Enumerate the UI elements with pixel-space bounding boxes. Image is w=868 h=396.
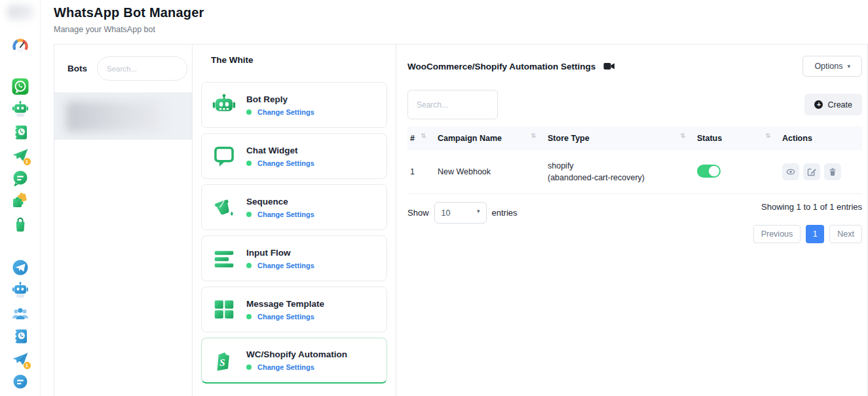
shopify-bag-icon: S <box>212 348 236 373</box>
edit-icon <box>807 167 816 176</box>
module-card-input-flow[interactable]: Input Flow Change Settings <box>201 235 387 281</box>
telegram-contacts-icon[interactable] <box>11 327 29 346</box>
page-subtitle: Manage your WhatsApp bot <box>54 25 868 34</box>
svg-text:S: S <box>219 356 225 367</box>
options-button[interactable]: Options ▾ <box>802 56 862 77</box>
video-tutorial-icon[interactable] <box>603 61 614 71</box>
campaigns-table: # ⇅ Campaign Name ⇅ Store Type ⇅ Status … <box>407 127 862 194</box>
dashboard-speedometer-icon[interactable] <box>11 37 29 55</box>
telegram-groups-icon[interactable] <box>11 304 29 323</box>
column-header-status[interactable]: Status ⇅ <box>696 127 781 150</box>
bars-icon <box>212 246 236 271</box>
bots-search-input[interactable] <box>97 56 187 81</box>
telegram-icon[interactable] <box>11 258 29 277</box>
automation-column: WooCommerce/Shopify Automation Settings … <box>396 45 867 396</box>
module-title: Bot Reply <box>246 94 314 104</box>
bot-name-redacted <box>66 102 163 132</box>
status-dot <box>246 314 252 319</box>
whatsapp-contacts-icon[interactable] <box>11 123 29 142</box>
telegram-chat-icon[interactable] <box>11 373 29 391</box>
module-card-chat-widget[interactable]: Chat Widget Change Settings <box>201 133 387 179</box>
whatsapp-bot-icon[interactable] <box>11 100 29 119</box>
module-title: Chat Widget <box>246 146 314 155</box>
telegram-broadcast-icon[interactable]: 1 <box>11 350 29 368</box>
module-title: WC/Shopify Automation <box>246 349 347 359</box>
bot-list-item-selected[interactable] <box>54 93 192 140</box>
module-card-bot-reply[interactable]: Bot Reply Change Settings <box>201 82 387 128</box>
module-title: Sequence <box>246 197 314 207</box>
modules-column: The White Bot Re <box>192 45 396 396</box>
status-dot <box>246 109 252 115</box>
view-button[interactable] <box>782 163 799 180</box>
grid-icon <box>212 297 236 322</box>
status-cell <box>696 150 781 194</box>
selected-bot-name: The White <box>211 55 387 65</box>
module-title: Message Template <box>246 299 324 309</box>
chat-bubble-icon <box>212 144 236 168</box>
delete-button[interactable] <box>824 163 841 180</box>
entries-label: entries <box>492 208 518 218</box>
campaign-name-cell: New Webhook <box>436 150 546 194</box>
bots-column: Bots <box>54 45 192 396</box>
module-title: Input Flow <box>246 248 314 258</box>
change-settings-link[interactable]: Change Settings <box>257 159 314 167</box>
sort-icon: ⇅ <box>421 132 426 139</box>
module-card-sequence[interactable]: Sequence Change Settings <box>201 184 387 230</box>
sort-icon: ⇅ <box>680 132 685 139</box>
plus-icon: + <box>814 100 823 109</box>
change-settings-link[interactable]: Change Settings <box>257 262 314 269</box>
trash-icon <box>828 167 837 176</box>
show-label: Show <box>407 208 429 218</box>
table-search-input[interactable] <box>407 90 498 119</box>
notification-badge: 1 <box>23 361 31 370</box>
robot-icon <box>212 92 236 117</box>
store-type-cell: shopify (abandoned-cart-recovery) <box>546 150 696 194</box>
page-size-select[interactable]: 10 <box>434 202 487 224</box>
row-index: 1 <box>407 150 436 194</box>
page-1-button[interactable]: 1 <box>806 225 824 243</box>
bots-label: Bots <box>67 64 87 73</box>
column-header-campaign-name[interactable]: Campaign Name ⇅ <box>436 127 546 150</box>
page-title: WhatsApp Bot Manager <box>54 5 868 20</box>
change-settings-link[interactable]: Change Settings <box>257 108 314 116</box>
column-header-store-type[interactable]: Store Type ⇅ <box>546 127 696 150</box>
eye-icon <box>786 167 795 176</box>
actions-cell <box>781 150 862 194</box>
entries-summary: Showing 1 to 1 of 1 entries <box>761 202 862 212</box>
column-header-index[interactable]: # ⇅ <box>407 127 436 150</box>
sort-icon: ⇅ <box>531 132 536 139</box>
previous-page-button[interactable]: Previous <box>753 225 801 243</box>
status-dot <box>246 212 252 217</box>
notification-badge: 1 <box>23 157 31 166</box>
manager-panel: Bots The White <box>54 44 868 396</box>
change-settings-link[interactable]: Change Settings <box>257 313 314 321</box>
app-logo-blurred <box>7 5 33 20</box>
status-dot <box>246 263 252 268</box>
automation-title: WooCommerce/Shopify Automation Settings <box>407 62 595 71</box>
telegram-bot-icon[interactable] <box>11 281 29 300</box>
sort-icon: ⇅ <box>765 132 770 139</box>
whatsapp-icon[interactable] <box>11 77 29 96</box>
status-dot <box>246 365 252 370</box>
page-header: WhatsApp Bot Manager Manage your WhatsAp… <box>41 0 868 34</box>
module-card-message-template[interactable]: Message Template Change Settings <box>201 287 387 332</box>
status-toggle[interactable] <box>697 165 721 178</box>
bots-header: Bots <box>54 45 192 93</box>
next-page-button[interactable]: Next <box>829 225 862 243</box>
pagination: Previous 1 Next <box>753 225 862 243</box>
module-card-wc-shopify-automation[interactable]: S WC/Shopify Automation Change Settings <box>201 338 387 384</box>
table-row: 1 New Webhook shopify (abandoned-cart-re… <box>407 150 862 194</box>
change-settings-link[interactable]: Change Settings <box>257 210 314 218</box>
icon-rail: 1 <box>0 0 41 396</box>
column-header-actions: Actions <box>781 127 862 150</box>
whatsapp-chat-icon[interactable] <box>11 169 29 188</box>
paint-bucket-icon <box>212 195 236 220</box>
integrations-icon[interactable] <box>11 192 29 210</box>
create-button[interactable]: + Create <box>804 94 862 115</box>
change-settings-link[interactable]: Change Settings <box>257 363 314 371</box>
status-dot <box>246 161 252 166</box>
whatsapp-broadcast-icon[interactable]: 1 <box>11 146 29 165</box>
chevron-down-icon: ▾ <box>847 63 850 69</box>
edit-button[interactable] <box>803 163 820 180</box>
shop-icon[interactable] <box>11 215 29 233</box>
